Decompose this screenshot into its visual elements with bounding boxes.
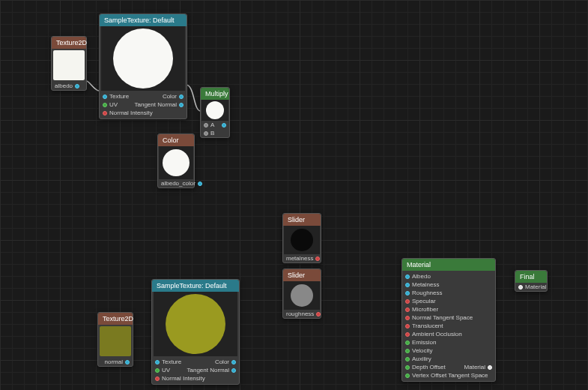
port-in-dot[interactable] [405,365,410,370]
port-out-dot[interactable] [231,368,236,373]
port-label: Roughness [412,290,442,296]
port-label: Albedo [412,273,431,280]
port-label: B [210,130,214,136]
port-label: Vertex Offset Tangent Space [412,372,488,379]
node-header: Color [158,134,194,146]
node-texture2d-normal[interactable]: Texture2D normal [97,312,133,367]
port-label: UV [109,101,118,108]
port-in-dot[interactable] [405,316,410,320]
material-port-row: Ambient Occlusion [402,330,495,338]
port-out-dot[interactable] [75,84,79,88]
port-in-dot[interactable] [405,308,410,312]
port-out-dot[interactable] [198,182,202,186]
material-port-row: Vertex Offset Tangent Space [402,371,495,380]
port-out-dot[interactable] [125,360,130,364]
port-label: Ambient Occlusion [412,331,462,338]
port-in-dot[interactable] [405,283,410,287]
port-out-dot[interactable] [315,256,320,261]
texture2d-preview [100,326,131,356]
node-slider-roughness[interactable]: Slider roughness [282,268,321,319]
port-label: A [210,122,214,128]
port-in-dot[interactable] [405,349,410,353]
node-header: Texture2D [98,313,133,325]
port-label: Tangent Normal [187,367,229,374]
port-in-dot[interactable] [405,291,410,296]
node-texture2d-albedo[interactable]: Texture2D albedo [51,36,87,91]
node-header: Slider [283,269,321,281]
port-in-dot[interactable] [405,274,410,279]
node-final[interactable]: Final Material [515,270,548,292]
port-label: Microfiber [412,306,438,313]
port-out-dot[interactable] [231,360,236,364]
port-label: Tangent Normal [135,101,177,108]
port-label: Material [525,284,546,290]
preview-sphere-icon [113,28,173,88]
port-label: Emission [412,339,436,346]
port-in-dot[interactable] [405,374,410,378]
node-sampletexture-2[interactable]: SampleTexture: Default TextureColor UVTa… [151,279,240,385]
port-in-dot[interactable] [405,340,410,345]
texture2d-preview [53,50,85,80]
node-header: Texture2D [52,37,86,49]
node-sampletexture-1[interactable]: SampleTexture: Default TextureColor UVTa… [99,14,187,119]
port-in-dot[interactable] [518,285,523,290]
port-label: Color [163,93,177,100]
port-label: albedo [55,82,73,89]
port-in-dot[interactable] [405,324,410,328]
node-header: SampleTexture: Default [100,14,187,26]
port-out-dot[interactable] [179,103,184,107]
preview-sphere-icon [291,229,313,251]
preview-sphere-icon [163,149,190,176]
node-header: Final [515,271,547,283]
port-in-dot[interactable] [103,94,107,99]
material-port-row: Microfiber [402,305,495,314]
port-label: Material [464,364,485,370]
port-out-dot[interactable] [488,365,492,370]
port-in-dot[interactable] [204,123,208,128]
node-material[interactable]: Material AlbedoMetalnessRoughnessSpecula… [401,258,496,382]
port-label: Normal Intensity [109,110,153,116]
node-slider-metalness[interactable]: Slider metalness [282,213,321,263]
port-label: UV [162,367,170,374]
port-out-dot[interactable] [179,94,184,99]
port-in-dot[interactable] [405,299,410,304]
port-label: Metalness [412,281,439,288]
material-port-row: Velocity [402,346,495,355]
material-port-row: Depth OffsetMaterial [402,363,495,371]
node-color[interactable]: Color albedo_color [157,134,195,188]
material-port-row: Albedo [402,272,495,280]
node-header: Slider [283,214,321,226]
node-multiply[interactable]: Multiply A B [200,87,230,138]
canvas-grid[interactable] [0,0,588,390]
material-port-row: Auxiliry [402,355,495,363]
material-port-row: Specular [402,297,495,305]
port-in-dot[interactable] [155,368,160,373]
port-label: Texture [109,93,129,100]
port-in-dot[interactable] [204,131,208,136]
port-out-dot[interactable] [222,123,226,128]
port-label: metalness [286,255,313,262]
port-label: Normal Tangent Space [412,314,473,321]
port-label: normal [105,358,123,365]
port-in-dot[interactable] [103,111,107,116]
port-label: albedo_color [161,180,196,187]
port-in-dot[interactable] [155,376,160,381]
port-label: Auxiliry [412,356,431,362]
material-port-row: Roughness [402,289,495,297]
port-in-dot[interactable] [405,357,410,362]
material-port-row: Metalness [402,280,495,289]
node-header: Material [402,259,495,271]
preview-sphere-icon [166,294,225,354]
port-label: Normal Intensity [162,375,205,382]
port-label: Specular [412,298,436,304]
port-in-dot[interactable] [405,332,410,337]
material-port-row: Normal Tangent Space [402,314,495,322]
port-out-dot[interactable] [316,312,321,316]
port-label: Depth Offset [412,364,446,370]
port-label: Color [215,358,229,365]
port-in-dot[interactable] [103,103,107,107]
port-label: Translucent [412,322,443,329]
port-label: roughness [286,310,314,317]
port-in-dot[interactable] [155,360,160,364]
preview-sphere-icon [206,101,224,119]
